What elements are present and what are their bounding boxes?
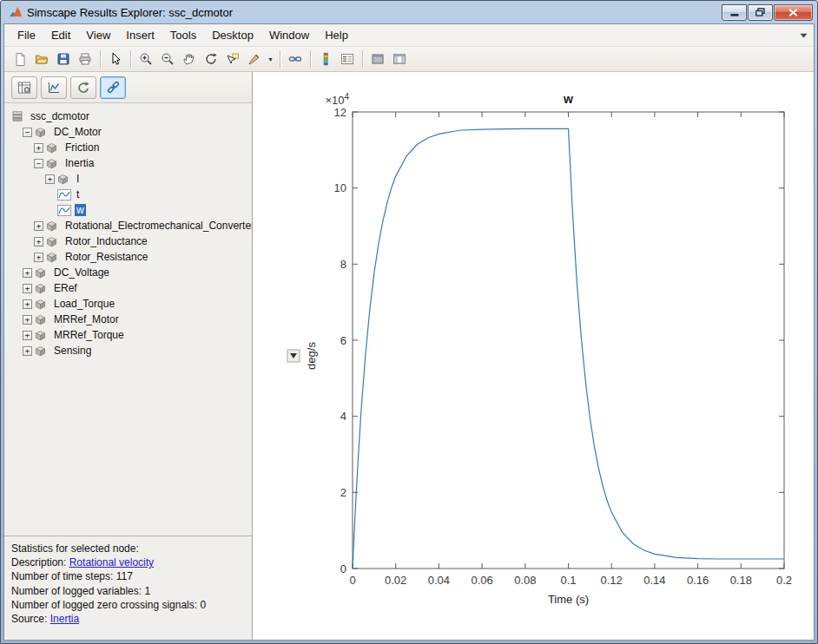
tree-expand-icon[interactable]: + <box>23 268 32 278</box>
tree-item-t[interactable]: t <box>4 187 252 202</box>
signal-plot: 00.020.040.060.080.10.120.140.160.180.20… <box>253 72 814 640</box>
plot-title: w <box>563 92 573 106</box>
block-icon <box>46 142 57 154</box>
menu-desktop[interactable]: Desktop <box>204 26 261 44</box>
tree-expand-icon[interactable]: + <box>45 174 55 184</box>
tree-item-eref[interactable]: +ERef <box>4 280 252 296</box>
block-icon <box>46 158 57 169</box>
tree-expand-icon[interactable]: + <box>23 346 32 356</box>
open-file-button[interactable] <box>31 49 52 69</box>
menubar-overflow-button[interactable] <box>800 33 814 38</box>
pointer-button[interactable] <box>105 49 126 69</box>
configure-button[interactable] <box>11 76 37 99</box>
model-tree[interactable]: ssc_dcmotor−DC_Motor+Friction−Inertia+It… <box>4 103 252 536</box>
reload-button[interactable] <box>70 76 96 99</box>
tree-label: ssc_dcmotor <box>29 110 91 122</box>
signal-icon <box>57 189 71 200</box>
y-units-dropdown-button[interactable] <box>287 350 300 362</box>
tree-label: MRRef_Motor <box>52 313 121 325</box>
tree-item-sensing[interactable]: +Sensing <box>4 343 252 358</box>
close-icon <box>788 9 798 16</box>
menu-window[interactable]: Window <box>261 26 317 44</box>
tree-item-rotor-inductance[interactable]: +Rotor_Inductance <box>4 233 252 249</box>
data-cursor-button[interactable] <box>222 49 243 69</box>
show-plot-tools-button[interactable] <box>389 49 410 69</box>
tree-expand-icon[interactable]: + <box>23 331 32 340</box>
tree-item-mrref-torque[interactable]: +MRRef_Torque <box>4 327 252 343</box>
tree-expand-icon[interactable]: + <box>34 253 43 262</box>
tree-item-rotational-electromechanical-converter[interactable]: +Rotational_Electromechanical_Converter <box>4 218 252 233</box>
tree-item-ssc-dcmotor[interactable]: ssc_dcmotor <box>4 108 252 124</box>
toolbar-separator <box>310 50 311 69</box>
stats-link[interactable]: Inertia <box>50 613 79 625</box>
stats-text: Source: <box>11 613 50 625</box>
tree-expand-icon[interactable]: + <box>23 299 32 309</box>
tree-expand-icon[interactable]: + <box>34 143 43 153</box>
x-axis-label: Time (s) <box>548 593 589 606</box>
menu-file[interactable]: File <box>10 26 43 44</box>
minimize-button[interactable] <box>722 4 747 21</box>
link-plot-button[interactable] <box>285 49 306 69</box>
edit-plot-button[interactable] <box>41 76 67 99</box>
tree-item-friction[interactable]: +Friction <box>4 140 252 155</box>
stats-line: Source: Inertia <box>11 612 245 626</box>
tree-item-dc-motor[interactable]: −DC_Motor <box>4 124 252 140</box>
tree-expand-icon[interactable]: + <box>34 221 43 231</box>
pan-button[interactable] <box>179 49 200 69</box>
tree-item-dc-voltage[interactable]: +DC_Voltage <box>4 265 252 280</box>
tree-label: DC_Voltage <box>52 266 111 279</box>
plot-area: 00.020.040.060.080.10.120.140.160.180.20… <box>253 72 814 640</box>
tree-label: Rotor_Inductance <box>63 235 149 247</box>
x-tick-label: 0.18 <box>730 574 752 587</box>
rotate-3d-button[interactable] <box>201 49 221 69</box>
titlebar[interactable]: Simscape Results Explorer: ssc_dcmotor <box>3 1 815 23</box>
tree-collapse-icon[interactable]: − <box>23 128 32 137</box>
link-button[interactable] <box>100 76 126 99</box>
insert-colorbar-button[interactable] <box>315 49 336 69</box>
menu-help[interactable]: Help <box>317 26 356 44</box>
zoom-out-icon <box>161 52 175 66</box>
tree-item-rotor-resistance[interactable]: +Rotor_Resistance <box>4 249 252 265</box>
block-icon <box>35 330 46 341</box>
tree-collapse-icon[interactable]: − <box>34 159 43 168</box>
insert-legend-button[interactable] <box>337 49 358 69</box>
brush-button[interactable] <box>244 49 265 69</box>
tree-item-mrref-motor[interactable]: +MRRef_Motor <box>4 312 252 327</box>
tree-item-inertia[interactable]: −Inertia <box>4 155 252 171</box>
block-icon <box>35 127 46 138</box>
y-exponent-label: ×104 <box>325 92 349 107</box>
tree-item-load-torque[interactable]: +Load_Torque <box>4 296 252 312</box>
app-window: Simscape Results Explorer: ssc_dcmotor F… <box>0 0 818 644</box>
menu-view[interactable]: View <box>78 26 118 44</box>
menubar: FileEditViewInsertToolsDesktopWindowHelp <box>4 24 814 46</box>
tree-expand-icon[interactable]: + <box>34 237 43 246</box>
stats-text: Number of time steps: 117 <box>11 570 133 582</box>
minimize-icon <box>730 9 739 16</box>
hide-plot-tools-button[interactable] <box>367 49 388 69</box>
tree-item-w[interactable]: w <box>4 202 252 218</box>
menu-insert[interactable]: Insert <box>118 26 162 44</box>
menu-edit[interactable]: Edit <box>43 26 78 44</box>
new-file-button[interactable] <box>10 49 30 69</box>
restore-button[interactable] <box>748 4 773 21</box>
data-cursor-icon <box>226 52 240 66</box>
rotate-3d-icon <box>204 52 218 66</box>
save-button[interactable] <box>53 49 74 69</box>
x-tick-label: 0.02 <box>385 574 406 587</box>
tree-item-i[interactable]: +I <box>4 171 252 187</box>
tree-label: Rotational_Electromechanical_Converter <box>63 220 252 232</box>
stats-text: Number of logged variables: 1 <box>11 585 150 597</box>
brush-dropdown-arrow[interactable]: ▼ <box>266 49 275 69</box>
close-button[interactable] <box>774 4 813 21</box>
zoom-out-button[interactable] <box>157 49 178 69</box>
zoom-in-button[interactable] <box>135 49 156 69</box>
tree-expand-icon[interactable]: + <box>23 315 32 325</box>
tree-label: Friction <box>63 141 101 154</box>
print-icon <box>78 52 92 66</box>
stats-link[interactable]: Rotational velocity <box>69 556 154 568</box>
save-icon <box>56 52 70 66</box>
print-button[interactable] <box>75 49 96 69</box>
tree-expand-icon[interactable]: + <box>23 284 32 293</box>
explorer-panel: ssc_dcmotor−DC_Motor+Friction−Inertia+It… <box>4 72 253 640</box>
menu-tools[interactable]: Tools <box>162 26 204 44</box>
